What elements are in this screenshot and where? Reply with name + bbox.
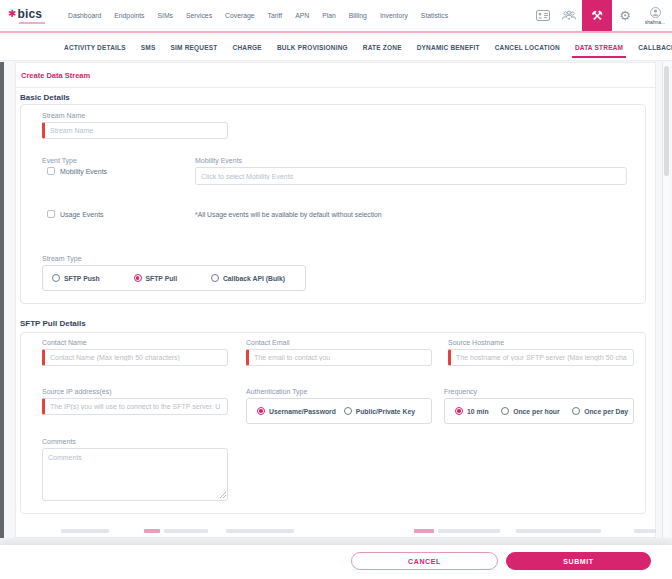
top-nav-item[interactable]: Endpoints <box>114 12 144 19</box>
app-window: ✱ bics DashboardEndpointsSIMsServicesCov… <box>0 0 672 579</box>
usage-events-checkbox-row[interactable]: Usage Events <box>47 210 104 218</box>
basic-details-box: Stream Name Event Type Mobility Events M… <box>20 104 646 304</box>
auth-type-radio-group: Username/Password Public/Private Key <box>246 398 432 424</box>
faded-fragment <box>61 529 109 533</box>
top-nav-item[interactable]: Billing <box>349 12 367 19</box>
contact-email-input[interactable] <box>246 349 432 366</box>
top-nav-item[interactable]: Coverage <box>225 12 254 19</box>
top-nav-item[interactable]: APN <box>295 12 309 19</box>
frequency-option[interactable]: 10 min <box>455 407 489 415</box>
user-menu[interactable]: shahna... <box>638 0 672 31</box>
stream-name-field: Stream Name <box>42 112 228 139</box>
comments-textarea[interactable] <box>42 448 228 501</box>
top-nav-item[interactable]: Statistics <box>421 12 448 19</box>
mobility-events-label: Mobility Events <box>195 157 627 164</box>
top-nav-item[interactable]: Dashboard <box>68 12 101 19</box>
sub-nav-tab[interactable]: CANCEL LOCATION <box>495 44 560 51</box>
top-nav-item[interactable]: Inventory <box>380 12 408 19</box>
contact-email-label: Contact Email <box>246 339 432 346</box>
top-nav: DashboardEndpointsSIMsServicesCoverageTa… <box>68 12 448 19</box>
sub-nav-tabs: ACTIVITY DETAILSSMSSIM REQUESTCHARGEBULK… <box>0 35 672 61</box>
sub-nav-tab[interactable]: ACTIVITY DETAILS <box>64 44 126 51</box>
sftp-pull-details-heading: SFTP Pull Details <box>20 319 86 328</box>
radio-icon <box>134 274 142 282</box>
faded-fragment <box>438 529 500 533</box>
usage-events-note: *All Usage events will be available by d… <box>195 211 382 218</box>
faded-fragment <box>516 529 601 533</box>
vertical-scrollbar[interactable] <box>662 62 670 539</box>
usage-events-checkbox-label: Usage Events <box>60 211 104 218</box>
source-hostname-label: Source Hostname <box>448 339 634 346</box>
event-type-label: Event Type <box>42 157 107 164</box>
faded-fragment <box>226 529 294 533</box>
top-nav-item[interactable]: Services <box>186 12 212 19</box>
top-nav-item[interactable]: Tariff <box>268 12 283 19</box>
avatar-icon <box>650 7 661 18</box>
bics-logo[interactable]: ✱ bics <box>8 7 60 24</box>
radio-option-label: SFTP Push <box>64 275 100 282</box>
frequency-option[interactable]: Once per hour <box>501 407 559 415</box>
radio-icon <box>455 407 463 415</box>
faded-fragment <box>634 529 656 533</box>
comments-field: Comments <box>42 438 228 501</box>
radio-option-label: Username/Password <box>269 408 336 415</box>
sub-nav-tab[interactable]: BULK PROVISIONING <box>277 44 348 51</box>
usage-events-checkbox[interactable] <box>47 210 55 218</box>
stream-type-option[interactable]: SFTP Pull <box>134 274 178 282</box>
left-scrollbar-strip[interactable] <box>0 62 4 539</box>
auth-type-label: Authentication Type <box>246 388 432 395</box>
sub-nav-tab[interactable]: CALLBACK API <box>638 44 672 51</box>
scrollbar-thumb[interactable] <box>664 66 669 176</box>
radio-icon <box>572 407 580 415</box>
sub-nav-tab[interactable]: SIM REQUEST <box>171 44 218 51</box>
mobility-events-input[interactable] <box>195 167 627 185</box>
mobility-events-checkbox-row[interactable]: Mobility Events <box>47 167 107 175</box>
radio-option-label: Callback API (Bulk) <box>223 275 285 282</box>
sub-nav-tab[interactable]: CHARGE <box>233 44 262 51</box>
radio-option-label: Once per hour <box>513 408 559 415</box>
source-hostname-input[interactable] <box>448 349 634 366</box>
stream-name-input[interactable] <box>42 122 228 139</box>
stream-type-option[interactable]: SFTP Push <box>52 274 100 282</box>
source-ip-input[interactable] <box>42 398 228 415</box>
radio-option-label: Public/Private Key <box>356 408 415 415</box>
contact-name-label: Contact Name <box>42 339 228 346</box>
id-card-icon[interactable] <box>530 0 556 31</box>
stream-type-field: Stream Type SFTP Push SFTP Pull Callback… <box>42 255 306 291</box>
header-icons: ⚒ ⚙ shahna... <box>530 0 672 31</box>
top-nav-item[interactable]: SIMs <box>158 12 173 19</box>
event-type-field: Event Type Mobility Events <box>42 157 107 175</box>
top-nav-item[interactable]: Plan <box>322 12 336 19</box>
faded-fragment <box>164 529 208 533</box>
radio-option-label: SFTP Pull <box>146 275 178 282</box>
frequency-field: Frequency 10 min Once per hour Once per … <box>444 388 634 424</box>
mobility-events-checkbox[interactable] <box>47 167 55 175</box>
contact-name-input[interactable] <box>42 349 228 366</box>
submit-button[interactable]: SUBMIT <box>506 552 651 570</box>
contact-email-field: Contact Email <box>246 339 432 366</box>
sub-nav-tab[interactable]: DATA STREAM <box>575 44 623 51</box>
auth-type-option[interactable]: Public/Private Key <box>344 407 415 415</box>
content-card: Create Data Stream Basic Details Stream … <box>15 62 656 538</box>
comments-label: Comments <box>42 438 228 445</box>
sub-nav-tab[interactable]: SMS <box>141 44 156 51</box>
radio-icon <box>52 274 60 282</box>
stream-type-label: Stream Type <box>42 255 306 262</box>
frequency-option[interactable]: Once per Day <box>572 407 628 415</box>
stream-name-label: Stream Name <box>42 112 228 119</box>
sftp-pull-details-box: Contact Name Contact Email Source Hostna… <box>20 332 646 514</box>
frequency-label: Frequency <box>444 388 634 395</box>
logo-text: bics <box>17 7 42 21</box>
source-ip-field: Source IP address(es) <box>42 388 228 415</box>
sub-nav-tab[interactable]: DYNAMIC BENEFIT <box>417 44 480 51</box>
cancel-button[interactable]: CANCEL <box>351 552 498 570</box>
frequency-radio-group: 10 min Once per hour Once per Day <box>444 398 634 424</box>
sub-nav-tab[interactable]: RATE ZONE <box>363 44 402 51</box>
team-icon[interactable] <box>556 0 582 31</box>
auth-type-option[interactable]: Username/Password <box>257 407 336 415</box>
user-name: shahna... <box>645 19 666 25</box>
gear-icon[interactable]: ⚙ <box>612 0 638 31</box>
logo-tagline <box>19 22 45 24</box>
tools-icon[interactable]: ⚒ <box>582 0 612 31</box>
stream-type-option[interactable]: Callback API (Bulk) <box>211 274 285 282</box>
